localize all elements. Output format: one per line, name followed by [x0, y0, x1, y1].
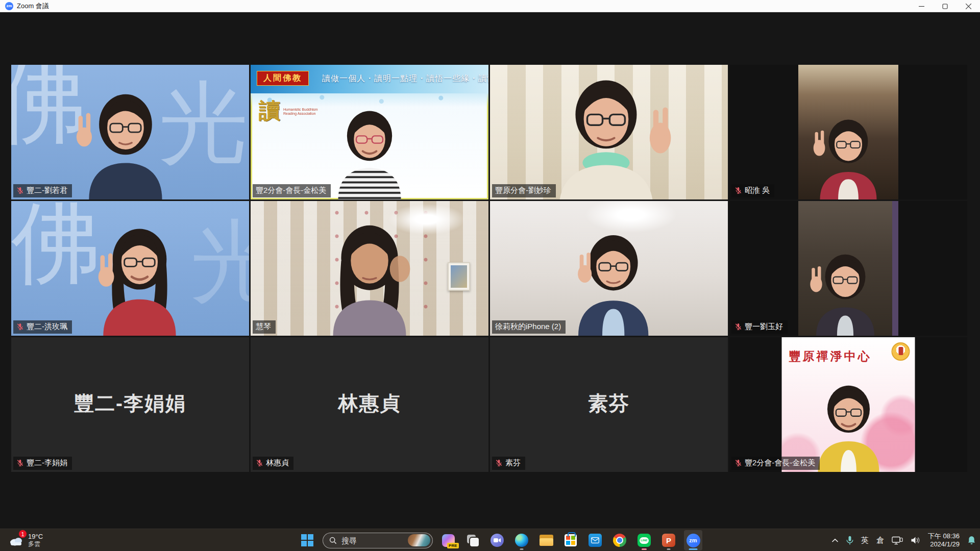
participant-display-name: 林惠貞: [251, 390, 488, 417]
fo-guang-shan-logo: [892, 342, 910, 361]
weather-condition: 多雲: [28, 540, 43, 548]
zoom-app-icon: zm: [5, 2, 13, 10]
copilot-icon: PRE: [442, 534, 455, 547]
file-explorer-button[interactable]: [537, 530, 555, 550]
video-tile-su-fen[interactable]: 素芬 素芬: [490, 337, 728, 472]
zoom-meeting-canvas: 佛 光 豐二-劉若君 人間佛教 讀做一個人・讀明一點理・讀悟一些緣・讀懂一顆心 …: [0, 12, 980, 529]
participant-avatar: [321, 95, 418, 199]
active-app-indicator: [689, 548, 698, 550]
line-bubble-label: LINE: [640, 537, 649, 544]
muted-mic-icon: [16, 323, 24, 331]
participant-avatar: [558, 216, 669, 336]
line-icon: LINE: [638, 534, 651, 547]
portrait-video: [798, 201, 898, 336]
ime-input-mode-indicator[interactable]: 倉: [876, 536, 884, 545]
microphone-in-use-icon[interactable]: [846, 536, 853, 545]
muted-mic-icon: [16, 187, 24, 194]
window-titlebar: zm Zoom 會議: [0, 0, 980, 12]
muted-mic-icon: [256, 459, 263, 467]
gallery-view-grid: 佛 光 豐二-劉若君 人間佛教 讀做一個人・讀明一點理・讀悟一些緣・讀懂一顆心 …: [11, 65, 969, 472]
taskbar-center-icons: PRE: [298, 529, 702, 551]
video-chat-app-button[interactable]: [488, 530, 506, 550]
tray-clock[interactable]: 下午 08:36 2024/1/29: [928, 532, 960, 548]
participant-avatar: [81, 208, 199, 336]
video-tile-liu-ruo-jun[interactable]: 佛 光 豐二-劉若君: [11, 65, 249, 199]
running-indicator: [642, 548, 647, 550]
video-tile-jin-song-mei-photo[interactable]: 豐原禪淨中心 豐2分會-會長-金松美: [729, 337, 967, 472]
video-tile-xu-li-qiu-iphone[interactable]: 徐莉秋的iPhone (2): [490, 201, 728, 336]
search-input[interactable]: [341, 536, 403, 545]
ime-language-indicator[interactable]: 英: [861, 536, 869, 545]
video-tile-liu-miao-zhen[interactable]: 豐原分會-劉妙珍: [490, 65, 728, 199]
close-icon: [966, 4, 971, 9]
video-tile-zhao-huai-wu[interactable]: 昭淮 吳: [729, 65, 967, 199]
minimize-icon: [919, 4, 924, 9]
copilot-button[interactable]: PRE: [439, 530, 457, 550]
speaker-icon[interactable]: [911, 536, 920, 544]
tray-overflow-chevron[interactable]: [831, 538, 839, 543]
tray-date: 2024/1/29: [930, 540, 960, 548]
portrait-video: [798, 65, 898, 199]
taskbar-search[interactable]: [323, 533, 433, 548]
zoom-taskbar-button[interactable]: zm: [684, 530, 702, 550]
participant-name-label: 豐原分會-劉妙珍: [492, 184, 556, 197]
running-indicator: [520, 548, 524, 550]
store-icon: [565, 534, 577, 546]
participant-display-name: 豐二-李娟娟: [11, 390, 249, 417]
participant-display-name: 素芬: [490, 390, 728, 417]
participant-name-label: 素芬: [492, 457, 525, 470]
participant-name-label: 徐莉秋的iPhone (2): [492, 320, 566, 334]
close-button[interactable]: [957, 0, 980, 12]
zoom-icon: zm: [687, 534, 700, 547]
watermark-char: 光: [190, 216, 249, 306]
notification-badge: 1: [18, 530, 27, 538]
muted-mic-icon: [16, 459, 24, 467]
powerpoint-icon: P: [662, 534, 675, 547]
video-camera-icon: [491, 534, 504, 547]
participant-avatar: [309, 204, 430, 336]
weather-widget[interactable]: 1 19°C 多雲: [4, 529, 47, 551]
weather-temperature: 19°C: [28, 533, 43, 540]
participant-name-label: 豐2分會-會長-金松美: [253, 184, 331, 197]
participant-avatar: [68, 74, 183, 199]
muted-mic-icon: [734, 187, 742, 194]
line-button[interactable]: LINE: [635, 530, 653, 550]
video-tile-lin-hui-zhen[interactable]: 林惠貞 林惠貞: [251, 337, 488, 472]
system-tray: 英 倉 下午 08:36 2024/1/29: [831, 529, 976, 551]
search-highlight-image: [408, 534, 430, 546]
participant-name-label: 豐一劉玉好: [731, 320, 788, 334]
network-icon[interactable]: [892, 536, 903, 545]
video-tile-jin-song-mei[interactable]: 人間佛教 讀做一個人・讀明一點理・讀悟一些緣・讀懂一顆心 讀 Humanisti…: [251, 65, 488, 199]
minimize-button[interactable]: [910, 0, 933, 12]
edge-button[interactable]: [512, 530, 531, 550]
tray-time: 下午 08:36: [928, 532, 960, 540]
chrome-button[interactable]: [610, 530, 629, 550]
maximize-icon: [942, 4, 948, 9]
microsoft-store-button[interactable]: [561, 530, 580, 550]
powerpoint-button[interactable]: P: [659, 530, 678, 550]
muted-mic-icon: [734, 323, 742, 331]
picture-frame: [448, 262, 470, 291]
video-tile-liu-yu-hao[interactable]: 豐一劉玉好: [729, 201, 967, 336]
video-tile-hui-qin[interactable]: 慧琴: [251, 201, 488, 336]
video-tile-hong-mei-pei[interactable]: 佛 光 豐二-洪玫珮: [11, 201, 249, 336]
banner-slogan: 讀做一個人・讀明一點理・讀悟一些緣・讀懂一顆心: [322, 73, 488, 84]
banner-badge: 人間佛教: [257, 71, 309, 86]
running-indicator: [667, 548, 671, 550]
notification-bell-icon[interactable]: [967, 536, 976, 545]
participant-avatar: [805, 105, 892, 199]
participant-avatar: [800, 239, 890, 336]
mail-button[interactable]: [586, 530, 604, 550]
start-button[interactable]: [298, 530, 316, 550]
participant-name-label: 豐二-洪玫珮: [13, 320, 72, 334]
participant-name-label: 慧琴: [253, 320, 276, 334]
windows-taskbar: 1 19°C 多雲 PRE: [0, 529, 980, 551]
profile-photo: 豐原禪淨中心: [782, 337, 915, 472]
task-view-icon: [467, 534, 479, 547]
task-view-button[interactable]: [463, 530, 482, 550]
edge-icon: [515, 534, 528, 547]
video-tile-li-juan-juan[interactable]: 豐二-李娟娟 豐二-李娟娟: [11, 337, 249, 472]
participant-name-label: 豐2分會-會長-金松美: [731, 457, 820, 470]
maximize-button[interactable]: [933, 0, 957, 12]
participant-name-label: 豐二-劉若君: [13, 184, 72, 197]
